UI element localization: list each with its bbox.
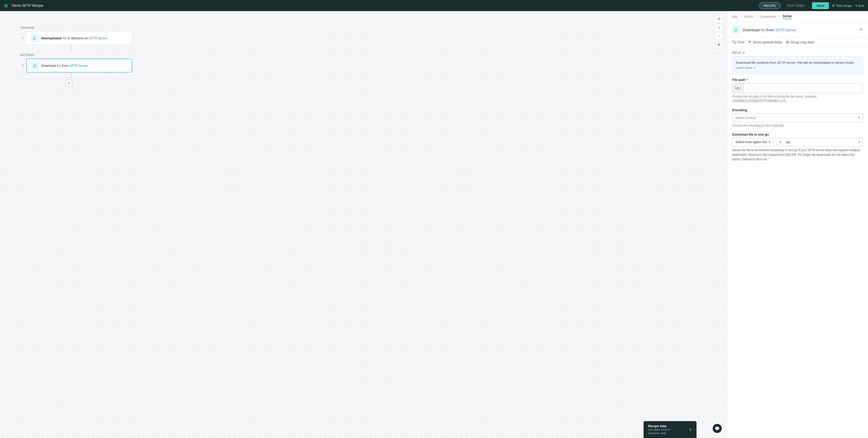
help-box: Download file contents from SFTP server.… [732,57,863,74]
topbar-right: Save ⚙ Test recipe ✕ Exit [812,2,864,9]
chat-bubble-button[interactable]: 💬 [713,424,722,433]
find-icon: 🔍 [732,40,736,44]
breadcrumb-app[interactable]: App [732,14,738,19]
panel-close-button[interactable]: ✕ [859,27,863,33]
eye-icon: 👁 [748,40,751,44]
help-body: Download file contents from SFTP server.… [736,61,855,65]
canvas-toolbar: ↺ + − ⊕ [715,15,723,48]
zoom-out-button[interactable]: − [715,32,723,40]
actions-label: ACTIONS [20,54,34,57]
learn-more-link[interactable]: Learn more ↗ [736,65,756,70]
recipe-data-expand-icon[interactable]: ⇅ [689,428,692,432]
recipe-nav-btn[interactable]: RECIPE [759,2,780,9]
main-layout: ↺ + − ⊕ TRIGGER 1 SFTP [0,11,868,438]
find-label: Find [738,40,744,44]
save-button[interactable]: Save [812,2,829,9]
download-one-go-field: Download file in one go Select from opti… [732,133,863,162]
add-step-button[interactable]: + [66,80,73,87]
exit-button[interactable]: ✕ Exit [855,4,864,7]
trigger-step-row: 1 SFTP New/updated file in directory on … [20,31,132,45]
fit-view-button[interactable]: ⊕ [715,41,723,48]
group-map-button[interactable]: ⊞ Group map data [786,40,814,44]
learn-more-label: Learn more [736,65,752,70]
action-step-icon: SFTP [31,62,39,70]
action-step-row: 2 SFTP Download file from SFTP server [20,59,132,73]
breadcrumb-connection[interactable]: Connection [760,14,776,19]
value-clear-button[interactable]: ✕ [776,138,784,146]
encoding-select[interactable]: Select a value [732,113,863,122]
zoom-in-button[interactable]: + [715,24,723,31]
trigger-step-text: New/updated file in directory on SFTP se… [41,36,107,40]
svg-text:SFTP: SFTP [734,31,737,32]
help-label: HELP [732,51,741,55]
encoding-select-wrap: Select a value ▼ [732,113,863,122]
step-2-num: 2 [20,64,24,67]
breadcrumb-setup[interactable]: Setup [782,14,792,19]
close-icon: ✕ [855,4,859,7]
connector-2 [71,73,71,79]
select-option-label: Select from option list [735,140,767,144]
breadcrumb: App → Action → Connection → Setup [727,11,868,22]
show-optional-button[interactable]: 👁 Show optional fields [748,40,782,44]
group-map-icon: ⊞ [786,40,789,44]
canvas: ↺ + − ⊕ TRIGGER 1 SFTP [0,11,727,438]
action-step-box[interactable]: SFTP Download file from SFTP server [26,59,132,73]
topbar-nav: RECIPE TEST JOBS [759,2,809,9]
help-header[interactable]: HELP ∧ [732,51,863,55]
select-option-wrap: Select from option list ▼ [732,138,774,146]
connector-1 [71,45,71,53]
add-step-wrap: + [66,80,73,87]
value-select[interactable]: No [784,138,856,146]
encoding-field: Encoding Select a value ▼ Choose the enc… [732,108,863,128]
reset-view-button[interactable]: ↺ [715,15,723,23]
value-select-wrap-outer: ✕ No ▼ [776,138,863,146]
download-one-go-hint: Allows the file to be fetched completely… [732,148,863,162]
step-1-num: 1 [20,36,24,40]
breadcrumb-action[interactable]: Action [744,14,753,19]
value-dropdown-arrow: ▼ [856,139,863,146]
download-one-go-inputs: Select from option list ▼ ✕ No ▼ [732,138,863,146]
value-select-container: ✕ No ▼ [776,138,863,146]
panel-header-icon: SFTP [732,26,740,34]
file-path-field: File path * ABC Provide the full path of… [732,78,863,103]
recipe-data-panel[interactable]: Recipe data Use data from a previous ste… [644,421,696,438]
app-title: Demo SFTP Recipe [12,3,756,7]
panel-header: SFTP Download file from SFTP server ✕ [727,22,868,38]
chat-icon: 💬 [715,426,720,431]
action-step-text: Download file from SFTP server [41,64,88,68]
file-path-input[interactable] [744,83,863,93]
svg-text:SFTP: SFTP [33,39,36,40]
panel-toolbar: 🔍 Find 👁 Show optional fields ⊞ Group ma… [727,38,868,47]
test-jobs-nav-btn[interactable]: TEST JOBS [782,2,809,9]
trigger-step-box[interactable]: SFTP New/updated file in directory on SF… [26,31,132,45]
file-path-input-wrap: ABC [732,83,863,93]
download-one-go-label: Download file in one go [732,133,863,136]
workflow: TRIGGER 1 SFTP New/updated file in direc… [20,26,132,87]
app-logo-icon: ⊞ [4,3,8,8]
svg-text:SFTP: SFTP [33,66,36,68]
external-link-icon: ↗ [753,65,756,70]
file-path-hint: Provide the full path of the file includ… [732,95,863,103]
hint-code: /folder1/folder2/filename.csv [732,99,786,103]
recipe-data-info: Recipe data Use data from a previous ste… [648,424,679,435]
test-recipe-button[interactable]: ⚙ Test recipe [832,4,852,7]
right-panel: App → Action → Connection → Setup SFTP D… [727,11,868,438]
trigger-step-icon: SFTP [31,34,39,42]
find-tool-button[interactable]: 🔍 Find [732,40,744,44]
select-from-option-button[interactable]: Select from option list ▼ [732,138,774,146]
panel-header-title: Download file from SFTP server [743,28,857,32]
help-section: HELP ∧ Download file contents from SFTP … [732,51,863,74]
recipe-data-title: Recipe data [648,424,679,428]
settings-icon: ⚙ [832,4,835,7]
file-path-label: File path * [732,78,863,82]
recipe-data-subtitle: Use data from a previous step [648,428,679,435]
select-option-arrow: ▼ [768,141,771,144]
help-collapse-icon: ∧ [743,51,745,55]
encoding-label: Encoding [732,108,863,112]
topbar: ⊞ Demo SFTP Recipe RECIPE TEST JOBS Save… [0,0,868,11]
encoding-hint: Choose the encoding to set it explicitly… [732,124,863,128]
show-optional-label: Show optional fields [753,40,782,44]
file-path-prefix: ABC [732,83,744,93]
group-map-label: Group map data [790,40,814,44]
breadcrumb-arrow-1: → [739,14,743,19]
